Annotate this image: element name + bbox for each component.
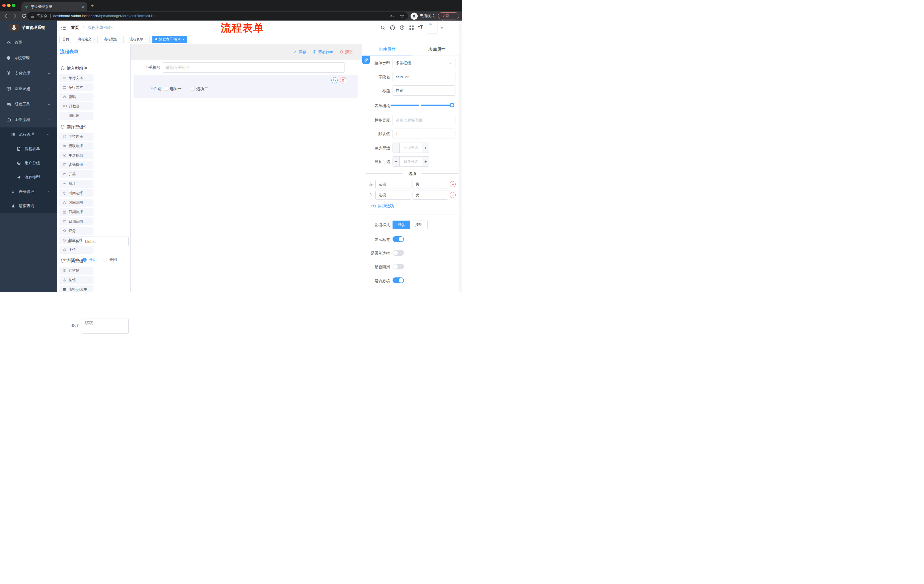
min-select-input[interactable]: [400, 143, 422, 153]
component-cascader[interactable]: 级联选择: [59, 142, 94, 150]
clear-button[interactable]: 清空: [339, 49, 353, 54]
status-radio-on[interactable]: [82, 258, 87, 262]
component-table-dev[interactable]: 表格[开发中]: [59, 285, 94, 292]
status-on-label[interactable]: 开启: [89, 257, 97, 262]
title-input[interactable]: [393, 86, 455, 96]
tag-close-icon[interactable]: ×: [182, 38, 184, 41]
phone-input[interactable]: [163, 62, 345, 72]
duplicate-field-button[interactable]: [332, 77, 338, 84]
max-select-input[interactable]: [400, 156, 422, 166]
status-radio-off[interactable]: [103, 258, 107, 262]
option-value-input[interactable]: [412, 180, 448, 189]
search-icon[interactable]: [380, 25, 386, 30]
component-slider[interactable]: 滑块: [59, 180, 94, 188]
drag-handle-icon[interactable]: [368, 192, 373, 197]
component-checkbox-group[interactable]: 多选框组: [59, 161, 94, 169]
forward-icon[interactable]: [12, 13, 18, 19]
status-off-label[interactable]: 关闭: [109, 257, 117, 262]
component-type-select[interactable]: 多选框组: [393, 58, 455, 68]
traffic-minimize-button[interactable]: [7, 4, 11, 7]
font-size-icon[interactable]: TT: [418, 24, 423, 30]
sidebar-item-infra[interactable]: 基础设施: [0, 81, 57, 97]
sidebar-item-user-group[interactable]: 用户分组: [0, 156, 57, 170]
traffic-zoom-button[interactable]: [12, 4, 15, 7]
sidebar-item-process-mgmt[interactable]: 流程管理: [0, 127, 57, 142]
page-scrollbar[interactable]: [459, 21, 462, 292]
component-single-text[interactable]: 单行文本: [59, 74, 94, 82]
sidebar-item-devtools[interactable]: 研发工具: [0, 97, 57, 112]
style-button-button[interactable]: 按钮: [410, 220, 428, 229]
component-date-range[interactable]: 日期范围: [59, 217, 94, 225]
tag-close-icon[interactable]: ×: [93, 38, 95, 41]
component-select[interactable]: 下拉选择: [59, 133, 94, 141]
tag-close-icon[interactable]: ×: [145, 38, 147, 41]
form-grid-slider[interactable]: [391, 105, 452, 106]
github-icon[interactable]: [390, 25, 395, 31]
new-tab-button[interactable]: +: [91, 3, 94, 8]
bookmark-star-icon[interactable]: [399, 13, 404, 18]
slider-handle[interactable]: [450, 103, 454, 107]
question-icon[interactable]: [399, 25, 405, 30]
sidebar-item-workflow[interactable]: 工作流程: [0, 112, 57, 127]
password-key-icon[interactable]: [390, 14, 394, 18]
tag-process-model[interactable]: 流程模型×: [101, 36, 124, 43]
style-default-button[interactable]: 默认: [393, 220, 410, 229]
option-label-input[interactable]: [375, 191, 411, 200]
remove-option-button[interactable]: −: [450, 192, 456, 198]
component-time-range[interactable]: 时间范围: [59, 199, 94, 207]
gender-option-2-label[interactable]: 选项二: [196, 86, 208, 91]
sidebar-item-task-mgmt[interactable]: 任务管理: [0, 184, 57, 199]
delete-field-button[interactable]: [340, 77, 346, 84]
tab-component-props[interactable]: 组件属性: [362, 44, 412, 55]
reload-icon[interactable]: [21, 13, 26, 18]
stepper-plus-button[interactable]: +: [422, 156, 429, 166]
component-button[interactable]: 按钮: [59, 276, 94, 284]
tab-form-props[interactable]: 表单属性: [412, 44, 462, 55]
component-counter[interactable]: 123计数器: [59, 102, 94, 110]
show-label-toggle[interactable]: [393, 236, 404, 242]
component-multi-text[interactable]: 多行文本: [59, 84, 94, 91]
sidebar-item-leave-query[interactable]: 请假查询: [0, 199, 57, 213]
component-upload[interactable]: 上传: [59, 246, 94, 254]
address-bar[interactable]: 不安全 dashboard.yudao.iocoder.cn/bpm/manag…: [27, 12, 408, 20]
gender-checkbox-2[interactable]: [191, 87, 195, 90]
selected-gender-field[interactable]: *性别 选项一 选项二: [134, 75, 358, 98]
gender-checkbox-1[interactable]: [164, 87, 168, 90]
drag-handle-icon[interactable]: [368, 182, 373, 187]
tag-process-definition[interactable]: 流程定义×: [75, 36, 98, 43]
option-value-input[interactable]: [412, 191, 448, 200]
tab-close-icon[interactable]: ×: [82, 5, 84, 9]
breadcrumb-home[interactable]: 首页: [71, 25, 79, 30]
option-label-input[interactable]: [375, 180, 411, 189]
remove-option-button[interactable]: −: [450, 181, 456, 187]
avatar-caret-icon[interactable]: ▾: [441, 26, 443, 30]
hamburger-fold-icon[interactable]: [61, 25, 66, 31]
fullscreen-icon[interactable]: [409, 25, 414, 30]
component-password[interactable]: 密码: [59, 93, 94, 101]
component-date-picker[interactable]: 日期选择: [59, 208, 94, 216]
tag-home[interactable]: 首页: [59, 36, 72, 43]
field-name-input[interactable]: [393, 72, 455, 82]
component-rate[interactable]: 评分: [59, 227, 94, 235]
component-row-container[interactable]: 行容器: [59, 267, 94, 275]
sidebar-item-system[interactable]: 系统管理: [0, 50, 57, 66]
sidebar-item-process-model[interactable]: 流程模型: [0, 170, 57, 184]
component-editor[interactable]: 编辑器: [59, 112, 94, 120]
component-radio-group[interactable]: 单选框组: [59, 151, 94, 160]
tag-process-form-edit[interactable]: 流程表单-编辑×: [152, 36, 187, 43]
tag-close-icon[interactable]: ×: [119, 38, 120, 41]
sidebar-item-home[interactable]: 首页: [0, 35, 57, 50]
default-value-input[interactable]: [393, 128, 455, 139]
user-avatar[interactable]: [427, 22, 437, 33]
sidebar-item-process-form[interactable]: 流程表单: [0, 142, 57, 156]
border-toggle[interactable]: [393, 250, 404, 256]
label-width-input[interactable]: [393, 115, 455, 125]
add-option-button[interactable]: + 添加选项: [371, 204, 394, 209]
back-icon[interactable]: [3, 13, 8, 19]
form-canvas[interactable]: *手机号 *性别 选项一 选项二: [130, 60, 362, 292]
stepper-minus-button[interactable]: −: [393, 143, 400, 153]
gender-option-1-label[interactable]: 选项一: [170, 86, 182, 91]
component-switch[interactable]: 开关: [59, 170, 94, 178]
sidebar-item-payment[interactable]: ¥ 支付管理: [0, 66, 57, 81]
view-json-button[interactable]: 查看json: [312, 49, 333, 54]
